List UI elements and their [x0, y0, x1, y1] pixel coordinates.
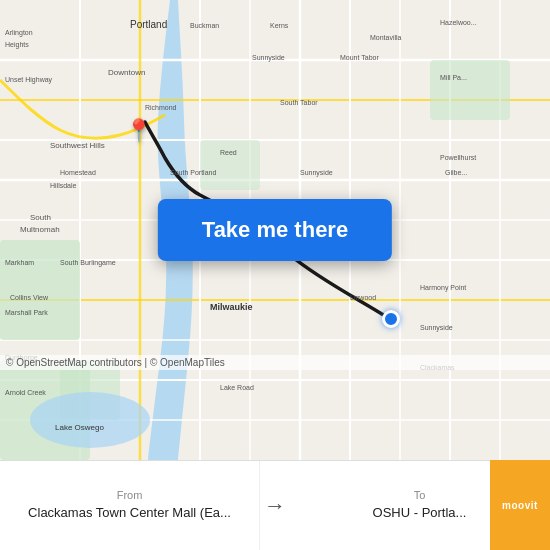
svg-text:Richmond: Richmond: [145, 104, 177, 111]
map-container: Portland Downtown Southwest Hills South …: [0, 0, 550, 460]
svg-text:Collins View: Collins View: [10, 294, 49, 301]
svg-text:Powellhurst: Powellhurst: [440, 154, 476, 161]
svg-text:South Burlingame: South Burlingame: [60, 259, 116, 267]
svg-text:Kerns: Kerns: [270, 22, 289, 29]
map-attribution: © OpenStreetMap contributors | © OpenMap…: [0, 355, 550, 370]
svg-text:Sunnyside: Sunnyside: [300, 169, 333, 177]
svg-text:Southwest Hills: Southwest Hills: [50, 141, 105, 150]
svg-text:Harmony Point: Harmony Point: [420, 284, 466, 292]
svg-text:South: South: [30, 213, 51, 222]
svg-text:Gilbe...: Gilbe...: [445, 169, 467, 176]
svg-text:Sunnyside: Sunnyside: [420, 324, 453, 332]
svg-text:Hazelwoo...: Hazelwoo...: [440, 19, 477, 26]
origin-pin: 📍: [125, 118, 152, 144]
svg-text:Unset Highway: Unset Highway: [5, 76, 53, 84]
svg-text:Mount Tabor: Mount Tabor: [340, 54, 379, 61]
svg-text:Markham: Markham: [5, 259, 34, 266]
svg-rect-23: [430, 60, 510, 120]
svg-rect-20: [0, 240, 80, 340]
svg-text:Montavilla: Montavilla: [370, 34, 402, 41]
svg-text:Lake Road: Lake Road: [220, 384, 254, 391]
svg-text:Reed: Reed: [220, 149, 237, 156]
from-value: Clackamas Town Center Mall (Ea...: [28, 505, 231, 522]
route-arrow: →: [260, 493, 290, 519]
from-label: From: [117, 489, 143, 501]
svg-text:Buckman: Buckman: [190, 22, 219, 29]
svg-text:Sunnyside: Sunnyside: [252, 54, 285, 62]
svg-text:Arnold Creek: Arnold Creek: [5, 389, 46, 396]
svg-text:Downtown: Downtown: [108, 68, 145, 77]
moovit-logo-text: moovit: [502, 500, 538, 511]
svg-text:South Tabor: South Tabor: [280, 99, 318, 106]
svg-text:Portland: Portland: [130, 19, 167, 30]
svg-text:Multnomah: Multnomah: [20, 225, 60, 234]
svg-point-25: [30, 392, 150, 448]
svg-text:Mill Pa...: Mill Pa...: [440, 74, 467, 81]
to-value: OSHU - Portla...: [373, 505, 467, 522]
moovit-logo: moovit: [490, 460, 550, 550]
svg-text:Marshall Park: Marshall Park: [5, 309, 48, 316]
svg-text:Heights: Heights: [5, 41, 29, 49]
svg-text:Homestead: Homestead: [60, 169, 96, 176]
svg-text:Linwood: Linwood: [350, 294, 376, 301]
footer-bar: From Clackamas Town Center Mall (Ea... →…: [0, 460, 550, 550]
svg-text:Lake Oswego: Lake Oswego: [55, 423, 104, 432]
svg-text:Hillsdale: Hillsdale: [50, 182, 77, 189]
destination-dot: [382, 310, 400, 328]
svg-text:Arlington: Arlington: [5, 29, 33, 37]
from-section: From Clackamas Town Center Mall (Ea...: [0, 461, 260, 550]
to-label: To: [414, 489, 426, 501]
take-me-there-button[interactable]: Take me there: [158, 199, 392, 261]
svg-rect-24: [200, 140, 260, 190]
svg-text:South Portland: South Portland: [170, 169, 216, 176]
svg-text:Milwaukie: Milwaukie: [210, 302, 253, 312]
